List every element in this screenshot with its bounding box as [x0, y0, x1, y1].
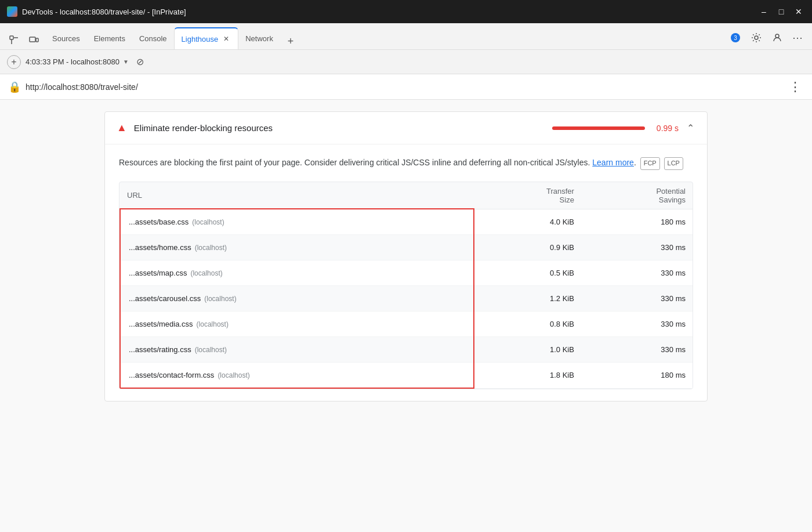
size-cell: 0.9 KiB — [474, 235, 581, 260]
table-row: ...assets/map.css(localhost)0.5 KiB330 m… — [120, 260, 693, 286]
url-cell: ...assets/rating.css(localhost) — [120, 337, 474, 363]
col-url: URL — [120, 182, 474, 209]
resource-table-body: ...assets/base.css(localhost)4.0 KiB180 … — [120, 209, 693, 388]
url-host: (localhost) — [195, 244, 227, 252]
minimize-button[interactable]: – — [757, 5, 770, 18]
audit-bar-container: 0.99 s — [552, 124, 679, 133]
size-cell: 0.8 KiB — [474, 312, 581, 337]
url-host: (localhost) — [192, 218, 224, 226]
table-header-row: URL Transfer Size Potential Savings — [120, 182, 693, 209]
audit-description: Resources are blocking the first paint o… — [119, 156, 693, 170]
security-icon: 🔒 — [8, 81, 21, 93]
url-cell: ...assets/map.css(localhost) — [120, 260, 474, 286]
tab-elements-label: Elements — [94, 34, 125, 43]
tab-sources-label: Sources — [52, 34, 80, 43]
svg-text:3: 3 — [734, 35, 737, 41]
url-main: ...assets/rating.css — [129, 345, 191, 354]
savings-cell: 330 ms — [581, 337, 693, 363]
resource-table-wrapper: URL Transfer Size Potential Savings ...a… — [119, 182, 693, 390]
url-host: (localhost) — [197, 320, 229, 328]
url-main: ...assets/base.css — [129, 218, 188, 226]
maximize-button[interactable]: □ — [775, 5, 788, 18]
nav-dropdown-arrow: ▼ — [123, 59, 129, 65]
tab-bar: Sources Elements Console Lighthouse ✕ Ne… — [0, 23, 812, 50]
title-bar-buttons: – □ ✕ — [757, 5, 805, 18]
url-main: ...assets/media.css — [129, 320, 193, 328]
svg-rect-0 — [10, 36, 13, 39]
table-row: ...assets/base.css(localhost)4.0 KiB180 … — [120, 209, 693, 235]
size-cell: 1.8 KiB — [474, 363, 581, 389]
size-cell: 1.0 KiB — [474, 337, 581, 363]
url-cell: ...assets/home.css(localhost) — [120, 235, 474, 260]
tab-bar-right: 3 ⋯ — [726, 28, 807, 49]
address-bar: 🔒 http://localhost:8080/travel-site/ ⋮ — [0, 74, 812, 100]
add-workspace-button[interactable]: + — [7, 55, 21, 69]
audit-collapse-button[interactable]: ⌃ — [686, 121, 695, 135]
fcp-tag: FCP — [640, 157, 660, 170]
warning-icon: ▲ — [117, 122, 127, 134]
table-row: ...assets/media.css(localhost)0.8 KiB330… — [120, 312, 693, 337]
svg-rect-4 — [36, 38, 38, 42]
tab-bar-left — [5, 31, 43, 49]
close-button[interactable]: ✕ — [792, 5, 805, 18]
nav-time-url: 4:03:33 PM - localhost:8080 — [26, 57, 119, 66]
col-transfer-size: Transfer Size — [474, 182, 581, 209]
nav-stop-button[interactable]: ⊘ — [133, 55, 147, 69]
savings-cell: 180 ms — [581, 209, 693, 235]
address-bar-more-button[interactable]: ⋮ — [786, 79, 804, 95]
profile-button[interactable] — [768, 28, 786, 47]
col-potential-savings: Potential Savings — [581, 182, 693, 209]
address-url: http://localhost:8080/travel-site/ — [26, 82, 786, 92]
table-row: ...assets/home.css(localhost)0.9 KiB330 … — [120, 235, 693, 260]
more-options-button[interactable]: ⋯ — [789, 28, 807, 47]
url-host: (localhost) — [195, 346, 227, 354]
audit-header: ▲ Eliminate render-blocking resources 0.… — [105, 112, 707, 144]
audit-card: ▲ Eliminate render-blocking resources 0.… — [104, 111, 708, 401]
url-host: (localhost) — [217, 371, 249, 379]
url-main: ...assets/home.css — [129, 243, 191, 252]
url-host: (localhost) — [190, 269, 222, 277]
svg-rect-3 — [30, 37, 35, 42]
savings-cell: 180 ms — [581, 363, 693, 389]
audit-body: Resources are blocking the first paint o… — [105, 144, 707, 401]
url-cell: ...assets/base.css(localhost) — [120, 209, 474, 235]
device-toggle-button[interactable] — [24, 31, 43, 49]
savings-cell: 330 ms — [581, 312, 693, 337]
resource-table: URL Transfer Size Potential Savings ...a… — [119, 182, 693, 389]
table-row: ...assets/contact-form.css(localhost)1.8… — [120, 363, 693, 389]
tab-lighthouse[interactable]: Lighthouse ✕ — [174, 27, 239, 49]
audit-title: Eliminate render-blocking resources — [134, 123, 545, 133]
inspect-element-button[interactable] — [5, 31, 23, 49]
tab-lighthouse-close[interactable]: ✕ — [222, 34, 231, 44]
size-cell: 0.5 KiB — [474, 260, 581, 286]
tab-network[interactable]: Network — [238, 27, 280, 49]
url-cell: ...assets/media.css(localhost) — [120, 312, 474, 337]
title-bar-text: DevTools - localhost:8080/travel-site/ -… — [22, 8, 753, 16]
savings-cell: 330 ms — [581, 235, 693, 260]
tab-network-label: Network — [245, 34, 273, 43]
settings-button[interactable] — [747, 28, 766, 47]
learn-more-link[interactable]: Learn more — [592, 158, 634, 167]
tab-lighthouse-label: Lighthouse — [182, 35, 219, 44]
title-bar: DevTools - localhost:8080/travel-site/ -… — [0, 0, 812, 23]
size-cell: 1.2 KiB — [474, 286, 581, 312]
lcp-tag: LCP — [664, 157, 683, 170]
url-cell: ...assets/contact-form.css(localhost) — [120, 363, 474, 389]
tab-console[interactable]: Console — [132, 27, 174, 49]
table-row: ...assets/rating.css(localhost)1.0 KiB33… — [120, 337, 693, 363]
url-main: ...assets/map.css — [129, 269, 187, 277]
add-tab-button[interactable]: + — [282, 33, 299, 49]
audit-time: 0.99 s — [650, 124, 679, 133]
savings-cell: 330 ms — [581, 286, 693, 312]
tab-elements[interactable]: Elements — [87, 27, 132, 49]
url-main: ...assets/carousel.css — [129, 294, 201, 303]
table-row: ...assets/carousel.css(localhost)1.2 KiB… — [120, 286, 693, 312]
audit-progress-bar — [552, 126, 645, 130]
url-cell: ...assets/carousel.css(localhost) — [120, 286, 474, 312]
nav-bar: + 4:03:33 PM - localhost:8080 ▼ ⊘ — [0, 50, 812, 74]
savings-cell: 330 ms — [581, 260, 693, 286]
svg-point-8 — [775, 34, 779, 38]
notification-button[interactable]: 3 — [726, 28, 745, 47]
url-host: (localhost) — [204, 295, 236, 303]
tab-sources[interactable]: Sources — [45, 27, 87, 49]
